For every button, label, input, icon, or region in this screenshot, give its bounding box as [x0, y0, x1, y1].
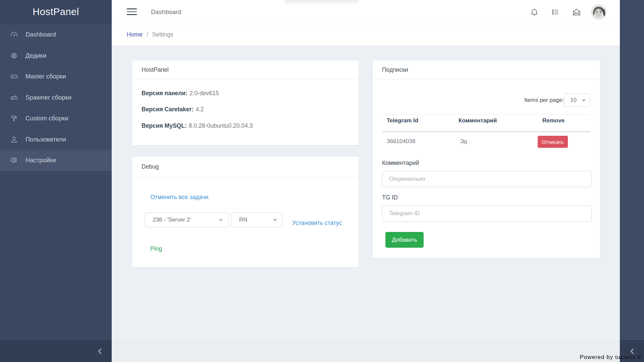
tgid-field-label: TG ID — [382, 194, 398, 201]
caretaker-version-row: Версия Caretaker:4.2 — [142, 106, 204, 113]
cancel-all-tasks-link[interactable]: Отменить все задачи — [150, 194, 208, 201]
items-per-page-label: Items per page: — [524, 94, 564, 107]
page-title: Dashboard — [151, 0, 181, 24]
chevron-left-icon — [96, 351, 104, 357]
sidebar-item-users[interactable]: Пользователи — [0, 129, 112, 150]
items-per-page-value: 10 — [570, 97, 577, 104]
debug-card: Debug Отменить все задачи 236 - 'Server … — [132, 156, 359, 267]
items-per-page-select[interactable]: 10 — [564, 94, 590, 107]
breadcrumb-separator: / — [147, 31, 148, 38]
task-list-icon[interactable] — [551, 8, 560, 16]
sidebar: HostPanel Dashboard Дедики — [0, 0, 112, 362]
chevron-down-icon — [272, 217, 278, 223]
unsubscribe-button[interactable]: Отписать — [538, 136, 568, 148]
ping-link[interactable]: Ping — [150, 245, 162, 252]
user-icon — [10, 135, 18, 143]
server-select[interactable]: 236 - 'Server 2' — [145, 213, 228, 227]
sidebar-item-label: Custom сборки — [25, 115, 68, 122]
subscriptions-card-title: Подписки — [373, 60, 600, 79]
tgid-input[interactable] — [382, 205, 592, 222]
mail-icon[interactable] — [572, 8, 581, 16]
mysql-version-label: Версия MySQL: — [142, 122, 187, 129]
hostpanel-card: HostPanel Версия панели:2.0-dev615 Верси… — [132, 60, 359, 145]
set-status-link[interactable]: Установить статус — [292, 220, 342, 227]
column-header-remove: Remove — [542, 117, 565, 124]
top-header: Dashboard — [112, 0, 620, 24]
panel-version-value: 2.0-dev615 — [190, 90, 219, 97]
gear-icon — [10, 156, 18, 164]
sidebar-item-custom-builds[interactable]: Custom сборки — [0, 108, 112, 129]
sidebar-item-dashboard[interactable]: Dashboard — [0, 24, 112, 45]
console-icon — [10, 72, 18, 80]
sidebar-item-label: Дедики — [25, 52, 46, 59]
sidebar-item-dediki[interactable]: Дедики — [0, 45, 112, 66]
sidebar-item-settings[interactable]: Настройки — [0, 150, 112, 171]
table-top-border — [382, 114, 591, 115]
gauge-icon — [10, 31, 18, 39]
breadcrumb: Home / Settings — [112, 24, 620, 45]
caretaker-version-value: 4.2 — [196, 106, 204, 113]
chevron-down-icon — [581, 98, 586, 103]
user-avatar[interactable] — [591, 4, 606, 20]
column-header-comment: Комментарий — [459, 117, 497, 124]
caretaker-version-label: Версия Caretaker: — [142, 106, 194, 113]
chevron-down-icon — [218, 217, 223, 223]
table-header-border — [382, 131, 591, 132]
sidebar-item-label: Spawner сборки — [25, 94, 71, 101]
breadcrumb-current: Settings — [152, 31, 173, 38]
main-content: HostPanel Версия панели:2.0-dev615 Верси… — [112, 45, 620, 340]
hamburger-menu-icon[interactable] — [127, 8, 137, 16]
sidebar-item-spawner-builds[interactable]: Spawner сборки — [0, 87, 112, 108]
status-select[interactable]: RN — [231, 213, 283, 227]
sidebar-collapse-button[interactable] — [96, 347, 104, 357]
add-button[interactable]: Добавить — [385, 232, 424, 248]
sidebar-nav: Dashboard Дедики Maste — [0, 24, 112, 171]
sidebar-item-label: Пользователи — [25, 136, 66, 143]
page-footer — [112, 340, 620, 362]
server-select-value: 236 - 'Server 2' — [153, 217, 191, 223]
sidebar-item-label: Dashboard — [25, 31, 56, 38]
sidebar-item-label: Настройки — [25, 157, 56, 164]
cell-telegram-id: 366104039 — [387, 138, 415, 145]
debug-card-title: Debug — [132, 157, 359, 177]
paint-roller-icon — [10, 114, 18, 122]
sidebar-footer — [0, 340, 112, 362]
comment-field-label: Комментарий — [382, 160, 419, 167]
mysql-version-value: 8.0.28-0ubuntu0.20.04.3 — [189, 122, 253, 129]
top-notch — [285, 0, 358, 4]
breadcrumb-home-link[interactable]: Home — [127, 31, 143, 38]
sidebar-item-label: Master сборки — [25, 73, 66, 80]
app-logo: HostPanel — [0, 0, 112, 24]
topbar-icons — [518, 0, 620, 24]
app-root: HostPanel Dashboard Дедики — [0, 0, 644, 362]
hostpanel-card-title: HostPanel — [132, 60, 359, 79]
right-strip — [620, 0, 644, 362]
column-header-telegram-id: Telegram Id — [387, 117, 418, 124]
comment-input[interactable] — [382, 171, 592, 187]
chip-icon — [10, 52, 18, 60]
mysql-version-row: Версия MySQL:8.0.28-0ubuntu0.20.04.3 — [142, 122, 253, 129]
subscriptions-card: Подписки Items per page: 10 Telegram Id … — [372, 60, 600, 258]
panel-version-label: Версия панели: — [142, 90, 187, 97]
status-select-value: RN — [239, 217, 248, 223]
gamepad-icon — [10, 94, 18, 102]
panel-version-row: Версия панели:2.0-dev615 — [142, 90, 219, 97]
sidebar-item-master-builds[interactable]: Master сборки — [0, 66, 112, 87]
powered-by: Powered by tuconix © — [580, 354, 642, 361]
cell-comment: Эд — [460, 138, 467, 145]
bell-icon[interactable] — [530, 8, 539, 16]
